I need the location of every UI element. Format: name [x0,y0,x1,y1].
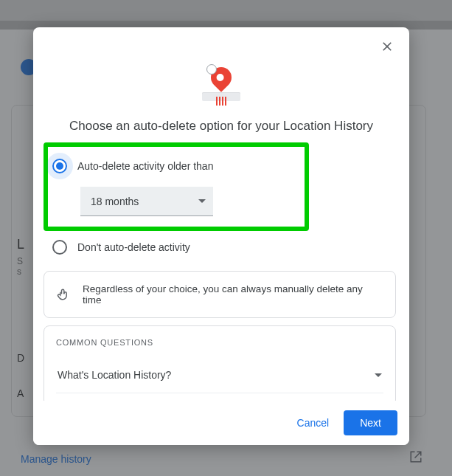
common-questions-title: COMMON QUESTIONS [56,338,383,347]
cq-item-location-history[interactable]: What's Location History? [56,366,383,393]
clock-icon [206,64,217,75]
touch-icon [56,287,71,302]
duration-dropdown[interactable]: 18 months [80,187,213,216]
close-button[interactable] [377,36,397,57]
highlight-box: Auto-delete activity older than 18 month… [44,142,309,231]
radio-button-selected[interactable] [52,159,67,173]
info-text: Regardless of your choice, you can alway… [83,283,383,306]
hero-illustration [44,64,399,106]
dropdown-value: 18 months [91,196,139,207]
chevron-down-icon [198,199,206,203]
radio-label: Auto-delete activity older than [77,160,213,172]
radio-option-auto-delete[interactable]: Auto-delete activity older than [51,156,299,176]
radio-option-dont-auto-delete[interactable]: Don't auto-delete activity [51,237,399,258]
radio-label: Don't auto-delete activity [77,241,190,253]
dialog-body-scroll[interactable]: Choose an auto-delete option for your Lo… [33,60,400,401]
info-banner: Regardless of your choice, you can alway… [44,271,396,318]
auto-delete-dialog: Choose an auto-delete option for your Lo… [33,27,409,445]
chevron-down-icon [375,373,382,377]
next-button[interactable]: Next [344,410,397,435]
dialog-title: Choose an auto-delete option for your Lo… [46,119,396,134]
cancel-button[interactable]: Cancel [290,411,337,435]
dialog-footer: Cancel Next [33,401,409,445]
close-icon [380,39,394,54]
radio-button-unselected[interactable] [52,240,67,255]
cq-item-label: What's Location History? [58,369,171,381]
common-questions-card: COMMON QUESTIONS What's Location History… [44,325,396,401]
